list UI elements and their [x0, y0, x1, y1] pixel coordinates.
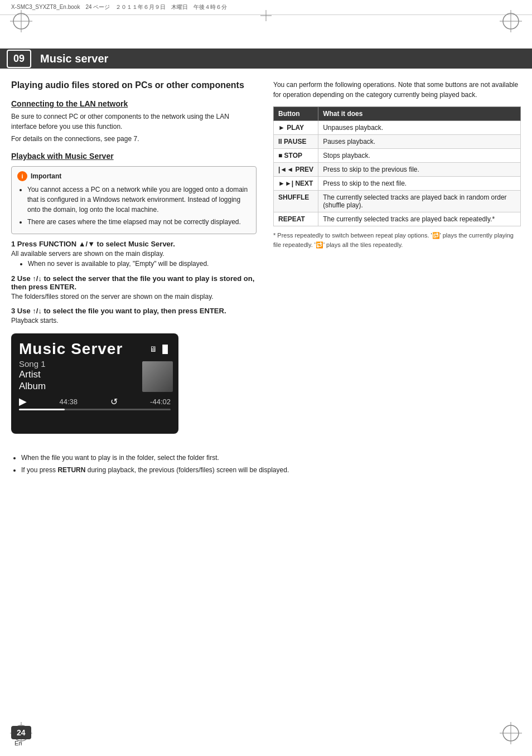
album-art [142, 361, 173, 392]
step-1-sub-1: When no sever is available to play, "Emp… [28, 259, 257, 269]
signal-icon: ▐▌ [159, 345, 171, 353]
step-2-number: 2 [11, 274, 15, 283]
display-top-row: Music Server 🖥 ▐▌ [19, 340, 171, 358]
lan-body-2: For details on the connections, see page… [11, 134, 257, 144]
table-cell-desc: Pauses playback. [318, 135, 521, 149]
table-body: ► PLAYUnpauses playback.II PAUSEPauses p… [274, 121, 521, 226]
table-row: ► PLAYUnpauses playback. [274, 121, 521, 135]
table-cell-button: ►►| NEXT [274, 177, 318, 191]
display-title: Music Server [19, 340, 123, 358]
left-column: Playing audio files stored on PCs or oth… [11, 80, 257, 442]
step-3-label: Use ↑/↓ to select the file you want to p… [17, 307, 226, 315]
corner-mark-tr [500, 10, 522, 34]
step-3-desc: Playback starts. [11, 316, 257, 326]
play-icon: ▶ [19, 395, 27, 408]
subsection-lan-heading: Connecting to the LAN network [11, 99, 257, 108]
right-intro: You can perform the following operations… [273, 80, 521, 100]
step-2: 2 Use ↑/↓ to select the server that the … [11, 274, 257, 302]
table-header-row: Button What it does [274, 107, 521, 121]
chapter-title: Music server [40, 52, 108, 65]
repeat-icon: ↺ [110, 396, 118, 407]
display-icons: 🖥 ▐▌ [149, 345, 171, 353]
step-2-desc: The folders/files stored on the server a… [11, 292, 257, 302]
progress-bar [19, 409, 171, 410]
page-lang: En [14, 740, 22, 747]
step-2-label: Use ↑/↓ to select the server that the fi… [11, 274, 254, 291]
table-row: ►►| NEXTPress to skip to the next file. [274, 177, 521, 191]
subsection-playback-heading: Playback with Music Server [11, 152, 257, 161]
bottom-bullets-list: When the file you want to play is in the… [11, 453, 521, 475]
important-header: i Important [17, 171, 250, 181]
step-3: 3 Use ↑/↓ to select the file you want to… [11, 307, 257, 326]
header-bar: 09 Music server [0, 49, 532, 69]
table-cell-desc: The currently selected tracks are played… [318, 191, 521, 212]
table-row: |◄◄ PREVPress to skip to the previous fi… [274, 163, 521, 177]
section-heading: Playing audio files stored on PCs or oth… [11, 80, 257, 91]
table-row: II PAUSEPauses playback. [274, 135, 521, 149]
step-1-label: Press FUNCTION ▲/▼ to select Music Serve… [17, 240, 175, 248]
table-cell-desc: Press to skip to the next file. [318, 177, 521, 191]
chapter-number: 09 [7, 50, 31, 68]
important-icon: i [17, 171, 27, 181]
table-cell-desc: Press to skip to the previous file. [318, 163, 521, 177]
right-column: You can perform the following operations… [273, 80, 521, 442]
table-row: SHUFFLEThe currently selected tracks are… [274, 191, 521, 212]
step-1-desc: All available servers are shown on the m… [11, 249, 257, 259]
col-what: What it does [318, 107, 521, 121]
table-cell-desc: Stops playback. [318, 149, 521, 163]
table-cell-desc: Unpauses playback. [318, 121, 521, 135]
table-cell-button: |◄◄ PREV [274, 163, 318, 177]
table-row: REPEATThe currently selected tracks are … [274, 212, 521, 226]
step-3-number: 3 [11, 307, 15, 315]
table-cell-desc: The currently selected tracks are played… [318, 212, 521, 226]
bottom-bullet-2: If you press RETURN during playback, the… [21, 465, 521, 475]
important-bullet-1: You cannot access a PC on a network whil… [27, 185, 250, 215]
footnote: * Press repeatedly to switch between rep… [273, 231, 521, 249]
table-cell-button: ► PLAY [274, 121, 318, 135]
table-cell-button: ■ STOP [274, 149, 318, 163]
important-label: Important [31, 172, 61, 180]
operations-table: Button What it does ► PLAYUnpauses playb… [273, 106, 521, 226]
time-left: 44:38 [60, 398, 78, 406]
display-mockup: Music Server 🖥 ▐▌ Song 1 Artist Album ▶ … [11, 333, 178, 434]
corner-mark-tc [260, 10, 272, 23]
main-content: Playing audio files stored on PCs or oth… [0, 69, 532, 453]
table-cell-button: REPEAT [274, 212, 318, 226]
step-1-sub: When no sever is available to play, "Emp… [18, 259, 257, 269]
table-row: ■ STOPStops playback. [274, 149, 521, 163]
corner-mark-tl [10, 10, 32, 34]
col-button: Button [274, 107, 318, 121]
important-bullet-2: There are cases where the time elapsed m… [27, 217, 250, 227]
lan-body-1: Be sure to connect PC or other component… [11, 112, 257, 132]
display-bottom: ▶ 44:38 ↺ -44:02 [19, 395, 171, 408]
table-cell-button: II PAUSE [274, 135, 318, 149]
step-1-number: 1 [11, 240, 15, 248]
bottom-bullet-1: When the file you want to play is in the… [21, 453, 521, 463]
network-icon: 🖥 [149, 345, 157, 353]
bottom-notes: When the file you want to play is in the… [0, 453, 532, 488]
step-1: 1 Press FUNCTION ▲/▼ to select Music Ser… [11, 240, 257, 269]
important-box: i Important You cannot access a PC on a … [11, 166, 257, 234]
progress-bar-fill [19, 409, 65, 410]
page-number: 24 [11, 726, 31, 739]
corner-mark-br [500, 722, 522, 746]
important-bullets: You cannot access a PC on a network whil… [17, 185, 250, 227]
table-cell-button: SHUFFLE [274, 191, 318, 212]
time-right: -44:02 [150, 398, 171, 406]
